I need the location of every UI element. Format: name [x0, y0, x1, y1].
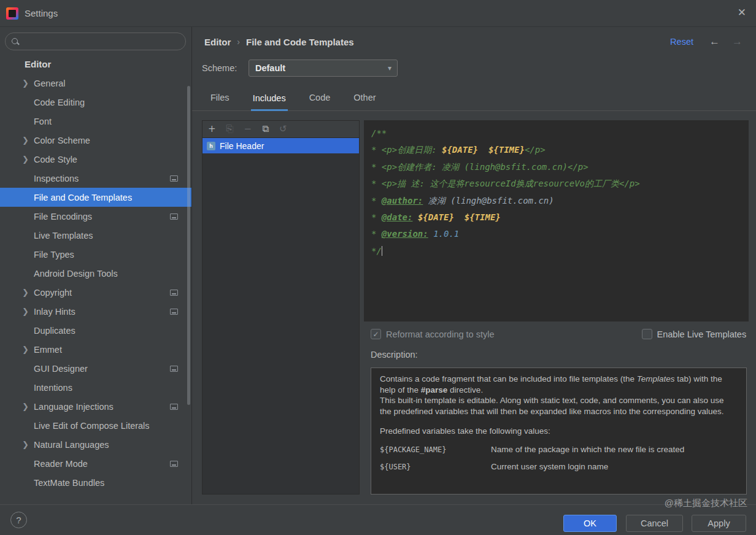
live-templates-checkbox[interactable] — [642, 329, 652, 339]
settings-header: Editor › File and Code Templates Reset ←… — [192, 27, 756, 56]
chevron-right-icon: ❯ — [22, 136, 29, 145]
back-arrow-icon[interactable]: ← — [709, 36, 720, 48]
code-segment: ${TIME} — [488, 145, 525, 155]
sidebar-item-general[interactable]: ❯General — [0, 74, 191, 93]
apply-button[interactable]: Apply — [692, 515, 746, 532]
reformat-label: Reformat according to style — [386, 329, 495, 339]
sidebar-item-file-encodings[interactable]: File Encodings — [0, 207, 191, 226]
add-icon[interactable]: + — [208, 125, 216, 134]
code-segment: * <p>创建日期: — [371, 145, 442, 155]
tab-other[interactable]: Other — [352, 93, 377, 110]
description-text: Contains a code fragment that can be inc… — [380, 374, 637, 383]
sidebar-item-label: Font — [34, 117, 52, 126]
tab-includes[interactable]: Includes — [251, 93, 288, 111]
sidebar-item-file-types[interactable]: File Types — [0, 245, 191, 264]
sidebar-item-label: Code Style — [34, 155, 77, 164]
chevron-right-icon: ❯ — [22, 345, 29, 354]
chevron-right-icon: ❯ — [22, 79, 29, 88]
code-segment — [412, 212, 417, 222]
template-item-label: File Header — [220, 141, 264, 151]
cancel-button[interactable]: Cancel — [626, 515, 683, 532]
reformat-checkbox[interactable]: ✓ — [371, 329, 381, 339]
code-segment: ${DATE} — [418, 212, 454, 222]
code-segment: * — [371, 212, 382, 222]
sidebar-item-language-injections[interactable]: ❯Language Injections — [0, 397, 191, 416]
ok-button[interactable]: OK — [563, 515, 617, 532]
copy-template-icon: ⎘ — [226, 125, 234, 134]
template-tabs: FilesIncludesCodeOther — [192, 88, 756, 111]
chevron-right-icon: ❯ — [22, 155, 29, 164]
window-title: Settings — [25, 8, 58, 18]
tab-files[interactable]: Files — [209, 93, 231, 110]
per-project-settings-icon — [170, 461, 178, 467]
tab-code[interactable]: Code — [307, 93, 333, 110]
sidebar-item-label: TextMate Bundles — [34, 478, 104, 488]
sidebar-item-copyright[interactable]: ❯Copyright — [0, 283, 191, 302]
scheme-dropdown[interactable]: Default ▾ — [249, 60, 398, 77]
text-caret — [382, 246, 383, 256]
sidebar-item-live-templates[interactable]: Live Templates — [0, 226, 191, 245]
sidebar-item-code-style[interactable]: ❯Code Style — [0, 150, 191, 169]
description-paragraph: Predefined variables take the following … — [380, 426, 738, 437]
sidebar-item-font[interactable]: Font — [0, 112, 191, 131]
code-segment: * — [371, 229, 382, 239]
history-arrows: ← → — [709, 36, 742, 48]
code-line: * @version: 1.0.1 — [371, 226, 749, 242]
sidebar-item-reader-mode[interactable]: Reader Mode — [0, 454, 191, 473]
description-text: directive. — [447, 385, 483, 395]
search-input[interactable] — [23, 37, 185, 46]
chevron-right-icon: ❯ — [22, 288, 29, 297]
sidebar-item-color-scheme[interactable]: ❯Color Scheme — [0, 131, 191, 150]
sidebar-item-label: Code Editing — [34, 98, 85, 107]
variable-name: ${PACKAGE_NAME} — [380, 445, 491, 454]
variable-name: ${USER} — [380, 463, 491, 471]
code-line: * <p>描 述: 这个是将resourceId换成resourceVo的工厂类… — [371, 175, 749, 192]
titlebar: Settings ✕ — [0, 0, 756, 27]
help-button[interactable]: ? — [10, 512, 27, 528]
sidebar-item-intentions[interactable]: Intentions — [0, 378, 191, 397]
sidebar-item-code-editing[interactable]: Code Editing — [0, 93, 191, 112]
code-segment — [454, 212, 465, 222]
close-icon[interactable]: ✕ — [738, 6, 746, 19]
duplicate-icon[interactable]: ⧉ — [262, 125, 269, 134]
code-segment: */ — [371, 246, 382, 256]
sidebar-item-textmate-bundles[interactable]: TextMate Bundles — [0, 473, 191, 492]
chevron-right-icon: ❯ — [22, 402, 29, 411]
code-segment: * — [371, 196, 382, 206]
per-project-settings-icon — [170, 309, 178, 315]
sidebar-item-duplicates[interactable]: Duplicates — [0, 321, 191, 340]
live-templates-label: Enable Live Templates — [657, 329, 747, 339]
template-code-editor[interactable]: /*** <p>创建日期: ${DATE} ${TIME}</p>* <p>创建… — [364, 120, 749, 321]
reset-link[interactable]: Reset — [670, 37, 693, 47]
variable-row: ${PACKAGE_NAME}Name of the package in wh… — [380, 445, 738, 454]
sidebar-item-label: Intentions — [34, 383, 72, 393]
sidebar-item-inspections[interactable]: Inspections — [0, 169, 191, 188]
code-line: * @date: ${DATE} ${TIME} — [371, 209, 749, 226]
code-segment: </p> — [525, 145, 546, 155]
variable-description: Name of the package in which the new fil… — [491, 445, 684, 454]
sidebar-item-android-design-tools[interactable]: Android Design Tools — [0, 264, 191, 283]
variable-row: ${USER}Current user system login name — [380, 462, 738, 471]
sidebar-section-title: Editor — [25, 59, 51, 69]
code-segment: @version: — [382, 229, 428, 239]
sidebar-item-file-and-code-templates[interactable]: File and Code Templates — [0, 188, 191, 207]
code-segment: @date: — [382, 212, 413, 222]
template-list-panel: +⎘−⧉↺ hFile Header — [202, 120, 360, 495]
sidebar-scrollbar[interactable] — [187, 86, 190, 405]
sidebar-item-emmet[interactable]: ❯Emmet — [0, 340, 191, 359]
sidebar-item-live-edit-of-compose-literals[interactable]: Live Edit of Compose Literals — [0, 416, 191, 435]
sidebar-item-label: File and Code Templates — [34, 193, 132, 202]
scheme-value: Default — [255, 63, 285, 73]
sidebar-item-label: Color Scheme — [34, 136, 90, 145]
sidebar-item-inlay-hints[interactable]: ❯Inlay Hints — [0, 302, 191, 321]
template-list: hFile Header — [202, 138, 359, 153]
sidebar-item-label: Emmet — [34, 345, 62, 355]
sidebar-item-gui-designer[interactable]: GUI Designer — [0, 359, 191, 378]
sidebar-item-natural-languages[interactable]: ❯Natural Languages — [0, 435, 191, 454]
search-box[interactable] — [5, 33, 186, 50]
code-line: * <p>创建作者: 凌湖 (lingh@bsfit.com.cn)</p> — [371, 159, 749, 175]
breadcrumb-chevron-icon: › — [237, 37, 240, 47]
per-project-settings-icon — [170, 175, 178, 182]
description-panel: Contains a code fragment that can be inc… — [371, 368, 747, 495]
template-item-file-header[interactable]: hFile Header — [202, 138, 359, 153]
